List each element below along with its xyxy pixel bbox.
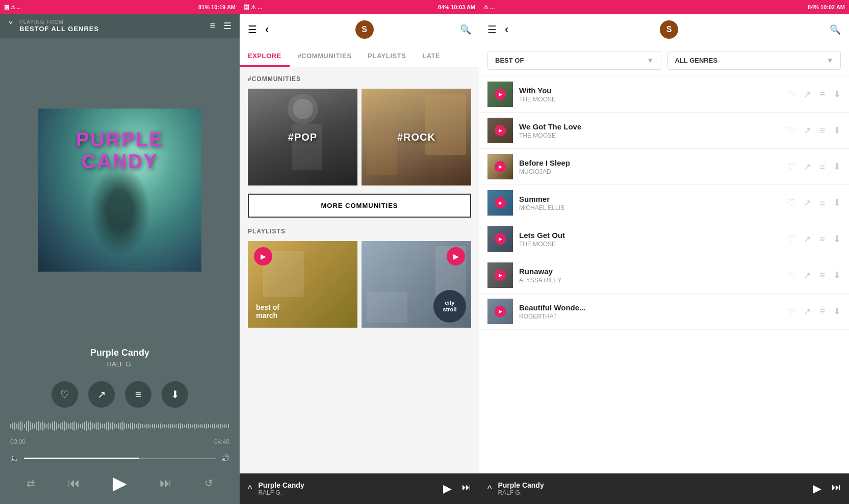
tab-communities[interactable]: #COMMUNITIES: [290, 45, 360, 67]
playlist-card-march[interactable]: ▶ best ofmarch: [248, 241, 357, 328]
track-name: Purple Candy: [0, 348, 240, 358]
queue-icon-lgo[interactable]: ≡: [819, 234, 825, 245]
prev-button[interactable]: ⏮: [68, 476, 80, 490]
song-artist-wgtl: THE MOOSE: [519, 132, 781, 139]
album-title-line1: PURPLE: [38, 129, 201, 151]
back-icon-p3[interactable]: ‹: [505, 23, 508, 36]
mini-chevron-icon-p3[interactable]: ^: [487, 484, 492, 494]
play-overlay-with-you[interactable]: ▶: [495, 89, 506, 100]
playlist-card-city[interactable]: ▶ citystroll: [362, 241, 471, 328]
play-pause-button[interactable]: ▶: [113, 472, 127, 494]
more-communities-button[interactable]: MORE COMMUNITIES: [248, 194, 471, 218]
city-stroll-badge: citystroll: [433, 290, 466, 323]
play-overlay-runaway[interactable]: ▶: [495, 270, 506, 281]
search-icon-p2[interactable]: 🔍: [460, 24, 471, 35]
progress-container[interactable]: [0, 447, 240, 449]
queue-list-icon[interactable]: ≡: [210, 20, 215, 32]
back-icon-p2[interactable]: ‹: [265, 23, 269, 36]
mini-track-info-p2: Purple Candy RALF G.: [258, 481, 437, 496]
heart-icon-wgtl[interactable]: ♡: [787, 125, 795, 136]
song-title-bis: Before I Sleep: [519, 158, 781, 167]
heart-icon-bis[interactable]: ♡: [787, 161, 795, 172]
queue-icon-bw[interactable]: ≡: [819, 306, 825, 317]
song-artist-summer: MICHAEL ELLIS: [519, 204, 781, 211]
community-card-rock[interactable]: #ROCK: [362, 89, 471, 185]
march-play-button[interactable]: ▶: [254, 247, 272, 266]
mini-next-button-p3[interactable]: ⏭: [832, 482, 841, 495]
queue-icon-wgtl[interactable]: ≡: [819, 125, 825, 136]
queue-button[interactable]: ≡: [125, 381, 151, 408]
community-card-pop[interactable]: #POP: [248, 89, 357, 185]
song-actions-summer: ♡ ↗ ≡ ⬇: [787, 197, 841, 208]
share-icon-with-you[interactable]: ↗: [804, 89, 811, 100]
volume-bar[interactable]: [24, 458, 216, 459]
play-overlay-summer[interactable]: ▶: [495, 197, 506, 208]
play-overlay-lgo[interactable]: ▶: [495, 233, 506, 245]
song-row-we-got-the-love: ▶ We Got The Love THE MOOSE ♡ ↗ ≡ ⬇: [479, 113, 849, 149]
player-header-left: ˅ PLAYING FROM BESTOF ALL GENRES: [8, 19, 99, 33]
queue-icon-bis[interactable]: ≡: [819, 162, 825, 172]
heart-icon-with-you[interactable]: ♡: [787, 89, 795, 100]
download-button[interactable]: ⬇: [162, 381, 188, 408]
queue-icon-summer[interactable]: ≡: [819, 198, 825, 208]
share-button[interactable]: ↗: [88, 381, 115, 408]
mini-next-button-p2[interactable]: ⏭: [462, 482, 471, 495]
album-title-line2: CANDY: [38, 151, 201, 173]
download-icon-lgo[interactable]: ⬇: [833, 233, 841, 245]
song-row-summer: ▶ Summer MICHAEL ELLIS ♡ ↗ ≡ ⬇: [479, 185, 849, 221]
queue-icon-with-you[interactable]: ≡: [819, 89, 825, 100]
volume-up-icon[interactable]: 🔊: [221, 454, 229, 462]
tab-late[interactable]: LATE: [414, 45, 448, 67]
hamburger-icon-p2[interactable]: ☰: [248, 23, 257, 36]
chevron-down-icon[interactable]: ˅: [8, 20, 13, 32]
volume-down-icon[interactable]: 🔈: [10, 454, 19, 462]
city-play-button[interactable]: ▶: [447, 247, 465, 266]
shuffle-button[interactable]: ⇄: [27, 477, 35, 489]
song-row-runaway: ▶ Runaway ALYSSA RILEY ♡ ↗ ≡ ⬇: [479, 257, 849, 294]
mini-chevron-icon-p2[interactable]: ^: [248, 484, 252, 494]
next-button[interactable]: ⏭: [160, 476, 172, 490]
download-icon-runaway[interactable]: ⬇: [833, 270, 841, 281]
repeat-button[interactable]: ↺: [204, 477, 213, 489]
heart-icon-summer[interactable]: ♡: [787, 197, 795, 208]
share-icon-bis[interactable]: ↗: [804, 161, 811, 172]
song-title-with-you: With You: [519, 86, 781, 95]
panel3-navbar: ☰ ‹ S 🔍: [479, 14, 849, 45]
filter-all-genres[interactable]: ALL GENRES ▼: [667, 51, 841, 70]
song-thumb-wgtl: ▶: [487, 118, 513, 143]
song-actions-bw: ♡ ↗ ≡ ⬇: [787, 306, 841, 317]
search-icon-p3[interactable]: 🔍: [830, 24, 841, 35]
menu-icon[interactable]: ☰: [223, 20, 231, 32]
heart-button[interactable]: ♡: [52, 381, 78, 408]
share-icon-lgo[interactable]: ↗: [804, 233, 811, 245]
heart-icon-bw[interactable]: ♡: [787, 306, 795, 317]
play-overlay-bw[interactable]: ▶: [495, 306, 506, 317]
mini-play-button-p2[interactable]: ▶: [443, 482, 452, 495]
avatar-p2[interactable]: S: [355, 20, 374, 39]
share-icon-runaway[interactable]: ↗: [804, 270, 811, 281]
download-icon-summer[interactable]: ⬇: [833, 197, 841, 208]
mini-player-p2: ^ Purple Candy RALF G. ▶ ⏭: [240, 473, 479, 504]
play-overlay-bis[interactable]: ▶: [495, 161, 506, 172]
tab-playlists[interactable]: PLAYLISTS: [359, 45, 414, 67]
avatar-p3[interactable]: S: [660, 20, 678, 39]
heart-icon-runaway[interactable]: ♡: [787, 270, 795, 281]
share-icon-wgtl[interactable]: ↗: [804, 125, 811, 136]
song-row-beautiful-wonder: ▶ Beautiful Wonde... ROGERTHAT ♡ ↗ ≡ ⬇: [479, 294, 849, 330]
download-icon-wgtl[interactable]: ⬇: [833, 125, 841, 136]
share-icon-summer[interactable]: ↗: [804, 197, 811, 208]
download-icon-with-you[interactable]: ⬇: [833, 89, 841, 100]
download-icon-bw[interactable]: ⬇: [833, 306, 841, 317]
song-title-runaway: Runaway: [519, 267, 781, 276]
progress-bar[interactable]: [10, 447, 229, 449]
heart-icon-lgo[interactable]: ♡: [787, 233, 795, 245]
mini-play-button-p3[interactable]: ▶: [813, 482, 821, 495]
status-icons-left-p2: 🖼 ⚠ ...: [244, 4, 262, 11]
hamburger-icon-p3[interactable]: ☰: [487, 23, 497, 36]
share-icon-bw[interactable]: ↗: [804, 306, 811, 317]
queue-icon-runaway[interactable]: ≡: [819, 270, 825, 281]
play-overlay-wgtl[interactable]: ▶: [495, 125, 506, 136]
filter-best-of[interactable]: BEST OF ▼: [487, 51, 661, 70]
download-icon-bis[interactable]: ⬇: [833, 161, 841, 172]
tab-explore[interactable]: EXPLORE: [240, 45, 290, 67]
